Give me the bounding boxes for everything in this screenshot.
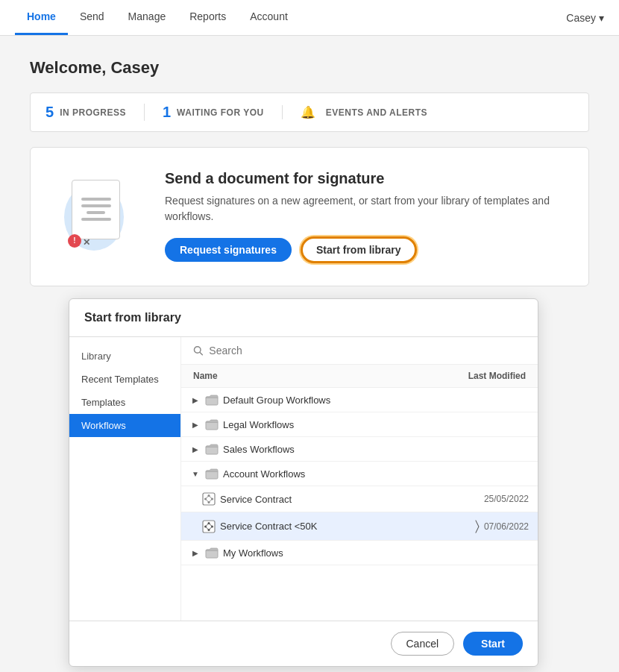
start-from-library-modal: Start from library Library Recent Templa… [69, 298, 538, 324]
modal-title: Start from library [69, 299, 538, 324]
send-document-card: ! ✕ Send a document for signature Reques… [30, 147, 589, 286]
nav-tab-send[interactable]: Send [68, 0, 116, 35]
doc-line-2 [81, 204, 111, 207]
nav-tabs: Home Send Manage Reports Account [15, 0, 300, 35]
main-content: Welcome, Casey 5 IN PROGRESS 1 WAITING F… [0, 36, 619, 324]
status-waiting[interactable]: 1 WAITING FOR YOU [144, 104, 282, 121]
request-signatures-button[interactable]: Request signatures [165, 238, 292, 262]
events-label: EVENTS AND ALERTS [326, 107, 427, 118]
doc-badge: ! [68, 234, 81, 248]
start-from-library-button[interactable]: Start from library [301, 236, 417, 263]
chevron-down-icon: ▾ [599, 12, 604, 24]
illustration-paper [72, 180, 120, 239]
nav-tab-reports[interactable]: Reports [177, 0, 238, 35]
nav-tab-manage[interactable]: Manage [116, 0, 178, 35]
nav-tab-account[interactable]: Account [238, 0, 300, 35]
status-bar: 5 IN PROGRESS 1 WAITING FOR YOU 🔔 EVENTS… [30, 92, 589, 132]
status-events[interactable]: 🔔 EVENTS AND ALERTS [282, 105, 445, 119]
send-actions: Request signatures Start from library [165, 236, 559, 263]
top-navigation: Home Send Manage Reports Account Casey ▾ [0, 0, 619, 36]
status-in-progress[interactable]: 5 IN PROGRESS [45, 104, 144, 121]
waiting-count: 1 [163, 104, 171, 121]
waiting-label: WAITING FOR YOU [177, 107, 264, 118]
doc-x-icon: ✕ [83, 237, 90, 248]
doc-line-4 [81, 218, 111, 221]
send-title: Send a document for signature [165, 170, 559, 187]
bell-icon: 🔔 [301, 105, 315, 119]
user-menu[interactable]: Casey ▾ [566, 12, 604, 24]
in-progress-label: IN PROGRESS [60, 107, 126, 118]
send-content: Send a document for signature Request si… [165, 170, 559, 263]
document-illustration: ! ✕ [60, 176, 135, 258]
in-progress-count: 5 [45, 104, 54, 121]
page-title: Welcome, Casey [30, 58, 589, 78]
doc-line-3 [87, 211, 105, 214]
nav-tab-home[interactable]: Home [15, 0, 68, 35]
doc-line-1 [81, 198, 111, 201]
user-name: Casey [566, 12, 596, 24]
send-description: Request signatures on a new agreement, o… [165, 193, 559, 224]
